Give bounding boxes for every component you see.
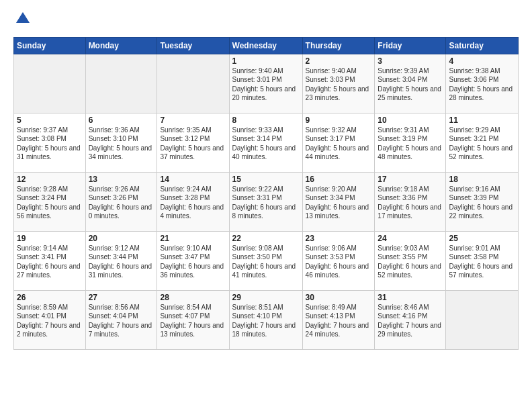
day-number: 24 — [378, 234, 443, 243]
calendar-cell: 11Sunrise: 9:29 AM Sunset: 3:21 PM Dayli… — [446, 113, 519, 172]
calendar-cell: 23Sunrise: 9:06 AM Sunset: 3:53 PM Dayli… — [302, 231, 375, 290]
calendar-cell: 12Sunrise: 9:28 AM Sunset: 3:24 PM Dayli… — [14, 172, 86, 231]
day-info: Sunrise: 9:24 AM Sunset: 3:28 PM Dayligh… — [160, 185, 226, 221]
day-number: 12 — [17, 175, 83, 184]
weekday-header-sunday: Sunday — [14, 37, 86, 54]
logo-icon — [15, 11, 31, 27]
day-number: 10 — [378, 116, 443, 125]
day-info: Sunrise: 9:03 AM Sunset: 3:55 PM Dayligh… — [378, 244, 443, 280]
day-info: Sunrise: 9:26 AM Sunset: 3:26 PM Dayligh… — [89, 185, 154, 221]
day-number: 15 — [232, 175, 300, 184]
day-number: 5 — [17, 116, 83, 125]
calendar-cell: 28Sunrise: 8:54 AM Sunset: 4:07 PM Dayli… — [157, 290, 229, 349]
calendar-cell: 18Sunrise: 9:16 AM Sunset: 3:39 PM Dayli… — [446, 172, 519, 231]
calendar-cell: 31Sunrise: 8:46 AM Sunset: 4:16 PM Dayli… — [375, 290, 446, 349]
calendar-cell: 19Sunrise: 9:14 AM Sunset: 3:41 PM Dayli… — [14, 231, 86, 290]
day-number: 16 — [306, 175, 372, 184]
calendar-table: SundayMondayTuesdayWednesdayThursdayFrid… — [13, 37, 519, 350]
day-number: 14 — [160, 175, 226, 184]
calendar-cell: 15Sunrise: 9:22 AM Sunset: 3:31 PM Dayli… — [229, 172, 302, 231]
day-number: 17 — [378, 175, 443, 184]
svg-marker-0 — [16, 12, 30, 23]
day-number: 23 — [306, 234, 372, 243]
day-info: Sunrise: 9:33 AM Sunset: 3:14 PM Dayligh… — [232, 126, 300, 162]
calendar-cell: 8Sunrise: 9:33 AM Sunset: 3:14 PM Daylig… — [229, 113, 302, 172]
day-info: Sunrise: 8:56 AM Sunset: 4:04 PM Dayligh… — [89, 303, 154, 339]
weekday-header-thursday: Thursday — [302, 37, 375, 54]
day-number: 7 — [160, 116, 226, 125]
calendar-cell: 26Sunrise: 8:59 AM Sunset: 4:01 PM Dayli… — [14, 290, 86, 349]
day-info: Sunrise: 9:40 AM Sunset: 3:03 PM Dayligh… — [306, 66, 372, 103]
calendar-cell: 24Sunrise: 9:03 AM Sunset: 3:55 PM Dayli… — [375, 231, 446, 290]
day-info: Sunrise: 9:29 AM Sunset: 3:21 PM Dayligh… — [449, 126, 515, 162]
day-info: Sunrise: 8:59 AM Sunset: 4:01 PM Dayligh… — [17, 303, 83, 339]
day-number: 13 — [89, 175, 154, 184]
day-number: 19 — [17, 234, 83, 243]
day-number: 31 — [378, 293, 443, 302]
day-info: Sunrise: 9:08 AM Sunset: 3:50 PM Dayligh… — [232, 244, 300, 280]
calendar-cell: 1Sunrise: 9:40 AM Sunset: 3:01 PM Daylig… — [229, 54, 302, 113]
calendar-cell: 25Sunrise: 9:01 AM Sunset: 3:58 PM Dayli… — [446, 231, 519, 290]
day-number: 20 — [89, 234, 154, 243]
weekday-header-row: SundayMondayTuesdayWednesdayThursdayFrid… — [14, 37, 519, 54]
weekday-header-tuesday: Tuesday — [157, 37, 229, 54]
weekday-header-saturday: Saturday — [446, 37, 519, 54]
calendar-cell: 7Sunrise: 9:35 AM Sunset: 3:12 PM Daylig… — [157, 113, 229, 172]
day-info: Sunrise: 9:28 AM Sunset: 3:24 PM Dayligh… — [17, 185, 83, 221]
calendar-cell: 3Sunrise: 9:39 AM Sunset: 3:04 PM Daylig… — [375, 54, 446, 113]
weekday-header-monday: Monday — [85, 37, 157, 54]
day-info: Sunrise: 9:01 AM Sunset: 3:58 PM Dayligh… — [449, 244, 515, 280]
day-number: 1 — [232, 56, 300, 66]
day-info: Sunrise: 9:37 AM Sunset: 3:08 PM Dayligh… — [17, 126, 83, 162]
day-number: 26 — [17, 293, 83, 302]
day-number: 29 — [232, 293, 300, 302]
calendar-cell — [14, 54, 86, 113]
calendar-cell: 9Sunrise: 9:32 AM Sunset: 3:17 PM Daylig… — [302, 113, 375, 172]
calendar-cell: 21Sunrise: 9:10 AM Sunset: 3:47 PM Dayli… — [157, 231, 229, 290]
calendar-cell: 10Sunrise: 9:31 AM Sunset: 3:19 PM Dayli… — [375, 113, 446, 172]
day-info: Sunrise: 9:14 AM Sunset: 3:41 PM Dayligh… — [17, 244, 83, 280]
day-number: 18 — [449, 175, 515, 184]
day-number: 8 — [232, 116, 300, 125]
day-info: Sunrise: 9:31 AM Sunset: 3:19 PM Dayligh… — [378, 126, 443, 162]
day-info: Sunrise: 8:51 AM Sunset: 4:10 PM Dayligh… — [232, 303, 300, 339]
day-info: Sunrise: 9:20 AM Sunset: 3:34 PM Dayligh… — [306, 185, 372, 221]
week-row-0: 1Sunrise: 9:40 AM Sunset: 3:01 PM Daylig… — [14, 54, 519, 113]
calendar-cell: 16Sunrise: 9:20 AM Sunset: 3:34 PM Dayli… — [302, 172, 375, 231]
calendar-cell — [157, 54, 229, 113]
day-info: Sunrise: 9:18 AM Sunset: 3:36 PM Dayligh… — [378, 185, 443, 221]
calendar-cell: 6Sunrise: 9:36 AM Sunset: 3:10 PM Daylig… — [85, 113, 157, 172]
day-number: 27 — [89, 293, 154, 302]
day-number: 22 — [232, 234, 300, 243]
page: SundayMondayTuesdayWednesdayThursdayFrid… — [0, 0, 532, 357]
day-info: Sunrise: 9:12 AM Sunset: 3:44 PM Dayligh… — [89, 244, 154, 280]
week-row-1: 5Sunrise: 9:37 AM Sunset: 3:08 PM Daylig… — [14, 113, 519, 172]
calendar-cell: 14Sunrise: 9:24 AM Sunset: 3:28 PM Dayli… — [157, 172, 229, 231]
weekday-header-friday: Friday — [375, 37, 446, 54]
calendar-cell — [85, 54, 157, 113]
calendar-cell: 4Sunrise: 9:38 AM Sunset: 3:06 PM Daylig… — [446, 54, 519, 113]
day-number: 6 — [89, 116, 154, 125]
header — [13, 11, 519, 30]
weekday-header-wednesday: Wednesday — [229, 37, 302, 54]
day-info: Sunrise: 9:10 AM Sunset: 3:47 PM Dayligh… — [160, 244, 226, 280]
day-info: Sunrise: 8:54 AM Sunset: 4:07 PM Dayligh… — [160, 303, 226, 339]
day-info: Sunrise: 9:32 AM Sunset: 3:17 PM Dayligh… — [306, 126, 372, 162]
day-number: 25 — [449, 234, 515, 243]
day-number: 2 — [306, 56, 372, 66]
day-number: 21 — [160, 234, 226, 243]
day-number: 3 — [378, 56, 443, 66]
day-number: 11 — [449, 116, 515, 125]
calendar-cell: 5Sunrise: 9:37 AM Sunset: 3:08 PM Daylig… — [14, 113, 86, 172]
calendar-cell: 22Sunrise: 9:08 AM Sunset: 3:50 PM Dayli… — [229, 231, 302, 290]
calendar-cell: 27Sunrise: 8:56 AM Sunset: 4:04 PM Dayli… — [85, 290, 157, 349]
week-row-4: 26Sunrise: 8:59 AM Sunset: 4:01 PM Dayli… — [14, 290, 519, 349]
calendar-cell: 17Sunrise: 9:18 AM Sunset: 3:36 PM Dayli… — [375, 172, 446, 231]
day-number: 30 — [306, 293, 372, 302]
day-number: 9 — [306, 116, 372, 125]
day-info: Sunrise: 9:06 AM Sunset: 3:53 PM Dayligh… — [306, 244, 372, 280]
day-info: Sunrise: 9:16 AM Sunset: 3:39 PM Dayligh… — [449, 185, 515, 221]
day-number: 28 — [160, 293, 226, 302]
day-info: Sunrise: 8:46 AM Sunset: 4:16 PM Dayligh… — [378, 303, 443, 339]
calendar-cell: 20Sunrise: 9:12 AM Sunset: 3:44 PM Dayli… — [85, 231, 157, 290]
